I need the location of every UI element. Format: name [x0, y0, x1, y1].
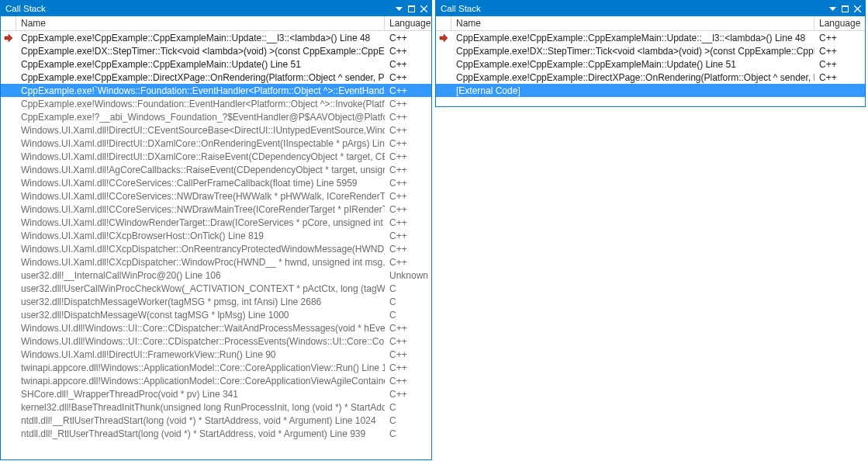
stackframe-row[interactable]: CppExample.exe!CppExample::DirectXPage::…	[1, 71, 431, 84]
stackframe-row[interactable]: kernel32.dll!BaseThreadInitThunk(unsigne…	[1, 400, 431, 414]
stackframe-language: C++	[385, 33, 431, 43]
column-header-name[interactable]: Name	[16, 16, 385, 30]
stackframe-language: C++	[385, 151, 431, 162]
stackframe-row[interactable]: user32.dll!DispatchMessageWorker(tagMSG …	[1, 295, 431, 308]
maximize-icon[interactable]	[839, 3, 851, 15]
titlebar[interactable]: Call Stack	[436, 1, 865, 16]
stackframe-row[interactable]: CppExample.exe!CppExample::DirectXPage::…	[436, 71, 865, 84]
close-icon[interactable]	[418, 3, 430, 15]
stackframe-row[interactable]: Windows.UI.Xaml.dll!CCoreServices::CallP…	[1, 176, 431, 189]
column-header-name[interactable]: Name	[451, 16, 814, 30]
stackframe-icon	[1, 427, 16, 440]
stackframe-name: twinapi.appcore.dll!Windows::Application…	[16, 362, 385, 373]
stackframe-row[interactable]: Windows.UI.dll!Windows::UI::Core::CDispa…	[1, 321, 431, 334]
stackframe-row[interactable]: Windows.UI.Xaml.dll!AgCoreCallbacks::Rai…	[1, 163, 431, 176]
stackframe-language: C++	[385, 376, 431, 386]
stackframe-icon	[1, 295, 16, 308]
stackframe-row[interactable]: CppExample.exe!CppExample::CppExampleMai…	[1, 57, 431, 71]
stackframe-row[interactable]: CppExample.exe!`Windows::Foundation::Eve…	[1, 84, 431, 97]
stackframe-row[interactable]: user32.dll!__InternalCallWinProc@20() Li…	[1, 269, 431, 282]
stackframe-language: C++	[814, 72, 865, 83]
stackframe-icon	[1, 334, 16, 348]
stackframe-name: CppExample.exe!CppExample::CppExampleMai…	[451, 59, 814, 70]
stackframe-row[interactable]: Windows.UI.Xaml.dll!CCoreServices::NWDra…	[1, 203, 431, 216]
stackframe-language: C	[385, 428, 431, 439]
stackframe-icon	[1, 387, 16, 400]
stackframe-icon	[1, 137, 16, 150]
stackframe-row[interactable]: Windows.UI.Xaml.dll!CXcpBrowserHost::OnT…	[1, 229, 431, 242]
stackframe-icon	[1, 229, 16, 242]
stackframe-icon	[1, 123, 16, 137]
maximize-icon[interactable]	[406, 3, 417, 15]
stackframe-name: CppExample.exe!CppExample::DirectXPage::…	[451, 72, 814, 83]
stackframe-name: CppExample.exe!CppExample::DirectXPage::…	[16, 72, 385, 83]
stackframe-language: C++	[385, 323, 431, 334]
stackframe-icon	[1, 57, 16, 71]
stackframe-icon	[1, 216, 16, 229]
stackframe-language: C++	[814, 33, 865, 43]
stackframe-row[interactable]: Windows.UI.Xaml.dll!CWindowRenderTarget:…	[1, 216, 431, 229]
stackframe-language: C++	[385, 46, 431, 57]
stackframe-language: C	[385, 402, 431, 413]
stackframe-row[interactable]: Windows.UI.dll!Windows::UI::Core::CDispa…	[1, 334, 431, 348]
stackframe-name: Windows.UI.Xaml.dll!CWindowRenderTarget:…	[16, 217, 385, 228]
stackframe-row[interactable]: Windows.UI.Xaml.dll!CXcpDispatcher::Wind…	[1, 255, 431, 269]
stackframe-row[interactable]: Windows.UI.Xaml.dll!DirectUI::DXamlCore:…	[1, 150, 431, 163]
stackframe-icon	[436, 84, 451, 97]
stackframe-language: C++	[385, 257, 431, 268]
stackframe-row[interactable]: Windows.UI.Xaml.dll!CXcpDispatcher::OnRe…	[1, 242, 431, 255]
stackframe-row[interactable]: twinapi.appcore.dll!Windows::Application…	[1, 374, 431, 387]
column-header-row: Name Language	[436, 16, 865, 31]
stackframe-row[interactable]: SHCore.dll!_WrapperThreadProc(void * pv)…	[1, 387, 431, 400]
stackframe-name: Windows.UI.dll!Windows::UI::Core::CDispa…	[16, 336, 385, 347]
stackframe-icon	[436, 71, 451, 84]
stackframe-row[interactable]: ntdll.dll!__RtlUserThreadStart(long (voi…	[1, 414, 431, 427]
dropdown-icon[interactable]	[827, 3, 839, 15]
stackframe-row[interactable]: CppExample.exe!Windows::Foundation::Even…	[1, 97, 431, 110]
stackframe-row[interactable]: [External Code]	[436, 84, 865, 97]
column-header-language[interactable]: Language	[385, 16, 431, 30]
stackframe-row[interactable]: Windows.UI.Xaml.dll!DirectUI::CEventSour…	[1, 123, 431, 137]
stackframe-row[interactable]: CppExample.exe!DX::StepTimer::Tick<void …	[436, 44, 865, 57]
stackframe-row[interactable]: Windows.UI.Xaml.dll!DirectUI::DXamlCore:…	[1, 137, 431, 150]
column-header-icon[interactable]	[1, 16, 16, 30]
stackframe-row[interactable]: twinapi.appcore.dll!Windows::Application…	[1, 361, 431, 374]
stackframe-icon	[1, 255, 16, 269]
stackframe-icon	[1, 44, 16, 57]
column-header-language[interactable]: Language	[814, 16, 865, 30]
stackframe-name: Windows.UI.Xaml.dll!DirectUI::FrameworkV…	[16, 349, 385, 360]
stackframe-name: [External Code]	[451, 85, 814, 96]
stackframe-name: Windows.UI.Xaml.dll!DirectUI::CEventSour…	[16, 125, 385, 136]
stackframe-name: SHCore.dll!_WrapperThreadProc(void * pv)…	[16, 389, 385, 400]
stackframe-language: C++	[385, 72, 431, 83]
stackframe-icon	[1, 242, 16, 255]
stackframe-row[interactable]: user32.dll!DispatchMessageW(const tagMSG…	[1, 308, 431, 321]
stackframe-row[interactable]: Windows.UI.Xaml.dll!CCoreServices::NWDra…	[1, 189, 431, 203]
stackframe-row[interactable]: CppExample.exe!CppExample::CppExampleMai…	[1, 31, 431, 44]
stackframe-name: Windows.UI.Xaml.dll!CXcpDispatcher::Wind…	[16, 257, 385, 268]
stackframe-row[interactable]: Windows.UI.Xaml.dll!DirectUI::FrameworkV…	[1, 348, 431, 361]
titlebar-title: Call Stack	[5, 4, 46, 13]
stackframe-row[interactable]: CppExample.exe!?__abi_Windows_Foundation…	[1, 110, 431, 123]
stackframe-icon	[436, 31, 451, 44]
stackframe-row[interactable]: ntdll.dll!_RtlUserThreadStart(long (void…	[1, 427, 431, 440]
stackframe-name: ntdll.dll!_RtlUserThreadStart(long (void…	[16, 428, 385, 439]
stackframe-name: CppExample.exe!DX::StepTimer::Tick<void …	[451, 46, 814, 57]
stackframe-row[interactable]: CppExample.exe!CppExample::CppExampleMai…	[436, 57, 865, 71]
close-icon[interactable]	[852, 3, 863, 15]
stackframe-icon	[1, 308, 16, 321]
stackframe-name: user32.dll!DispatchMessageWorker(tagMSG …	[16, 296, 385, 307]
stackframe-name: CppExample.exe!?__abi_Windows_Foundation…	[16, 112, 385, 123]
stackframe-name: Windows.UI.Xaml.dll!DirectUI::DXamlCore:…	[16, 151, 385, 162]
stackframe-row[interactable]: CppExample.exe!DX::StepTimer::Tick<void …	[1, 44, 431, 57]
titlebar[interactable]: Call Stack	[1, 1, 431, 16]
stackframe-name: user32.dll!DispatchMessageW(const tagMSG…	[16, 310, 385, 321]
stackframe-icon	[1, 31, 16, 44]
dropdown-icon[interactable]	[393, 3, 405, 15]
stackframe-row[interactable]: user32.dll!UserCallWinProcCheckWow(_ACTI…	[1, 282, 431, 295]
column-header-icon[interactable]	[436, 16, 451, 30]
stackframe-icon	[1, 97, 16, 110]
stackframe-name: Windows.UI.dll!Windows::UI::Core::CDispa…	[16, 323, 385, 334]
stackframe-icon	[1, 414, 16, 427]
stackframe-row[interactable]: CppExample.exe!CppExample::CppExampleMai…	[436, 31, 865, 44]
